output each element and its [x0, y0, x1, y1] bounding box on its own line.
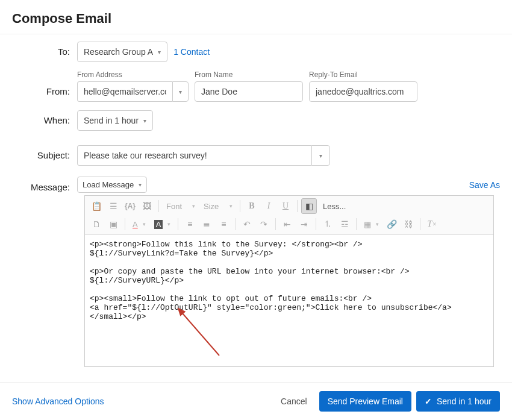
- subject-dropdown[interactable]: ▾: [311, 145, 330, 166]
- font-dropdown[interactable]: Font▾: [163, 202, 199, 211]
- when-select[interactable]: Send in 1 hour ▾: [77, 110, 153, 131]
- chevron-down-icon: ▾: [179, 89, 182, 95]
- from-address-input[interactable]: [77, 81, 172, 102]
- list-icon[interactable]: ☰: [105, 198, 121, 214]
- chevron-down-icon: ▾: [143, 118, 146, 124]
- subject-input[interactable]: [77, 145, 311, 166]
- header: Compose Email: [0, 0, 512, 34]
- clipboard-icon[interactable]: 📋: [89, 198, 104, 214]
- image-icon[interactable]: 🖼: [139, 198, 155, 214]
- from-name-input[interactable]: [195, 81, 303, 102]
- indent-icon[interactable]: ⇥: [296, 216, 312, 232]
- save-as-link[interactable]: Save As: [469, 180, 500, 190]
- file-icon[interactable]: 🗋: [89, 216, 104, 232]
- send-button[interactable]: ✓ Send in 1 hour: [416, 391, 500, 412]
- italic-icon[interactable]: I: [261, 198, 276, 214]
- to-select[interactable]: Research Group A ▾: [77, 42, 167, 62]
- preview-icon[interactable]: ▣: [105, 216, 121, 232]
- align-center-icon[interactable]: ≣: [199, 216, 214, 232]
- label-message: Message:: [12, 177, 77, 192]
- load-message-value: Load Message: [83, 180, 134, 189]
- table-dropdown[interactable]: ▦▾: [360, 220, 382, 229]
- align-right-icon[interactable]: ≡: [216, 216, 231, 232]
- redo-icon[interactable]: ↷: [256, 216, 272, 232]
- bold-icon[interactable]: B: [244, 198, 260, 214]
- check-icon: ✓: [425, 396, 432, 406]
- from-address-label: From Address: [77, 71, 189, 79]
- send-preview-button[interactable]: Send Preview Email: [319, 391, 411, 412]
- cancel-button[interactable]: Cancel: [273, 392, 314, 411]
- from-address-dropdown[interactable]: ▾: [172, 81, 189, 102]
- row-subject: Subject: ▾: [12, 145, 500, 166]
- chevron-down-icon: ▾: [319, 152, 322, 159]
- advanced-options-link[interactable]: Show Advanced Options: [12, 396, 104, 406]
- unlink-icon[interactable]: ⛓: [401, 216, 416, 232]
- from-name-label: From Name: [195, 71, 303, 79]
- load-message-select[interactable]: Load Message ▾: [77, 177, 147, 193]
- undo-icon[interactable]: ↶: [239, 216, 255, 232]
- reply-to-label: Reply-To Email: [309, 71, 417, 79]
- reply-to-input[interactable]: [309, 81, 417, 102]
- size-dropdown[interactable]: Size▾: [200, 202, 236, 211]
- label-to: To:: [12, 42, 77, 57]
- remove-format-icon[interactable]: T×: [424, 216, 440, 232]
- page-title: Compose Email: [12, 11, 500, 27]
- link-icon[interactable]: 🔗: [384, 216, 399, 232]
- label-from: From:: [12, 71, 77, 96]
- less-toggle[interactable]: Less...: [318, 202, 351, 211]
- numbered-list-icon[interactable]: ⒈: [320, 216, 336, 232]
- outdent-icon[interactable]: ⇤: [279, 216, 295, 232]
- bg-color-dropdown[interactable]: A▾: [151, 220, 175, 229]
- label-when: When:: [12, 110, 77, 125]
- message-body-textarea[interactable]: <p><strong>Follow this link to the Surve…: [85, 235, 493, 366]
- row-to: To: Research Group A ▾ 1 Contact: [12, 42, 500, 62]
- text-color-dropdown[interactable]: A▾: [129, 220, 149, 229]
- piped-text-icon[interactable]: {A}: [122, 198, 138, 214]
- underline-icon[interactable]: U: [278, 198, 293, 214]
- message-editor: 📋 ☰ {A} 🖼 Font▾ Size▾ B I U ◧ Less... 🗋 …: [84, 195, 494, 367]
- row-from: From: From Address ▾ From Name R: [12, 71, 500, 102]
- chevron-down-icon: ▾: [158, 49, 161, 55]
- row-when: When: Send in 1 hour ▾: [12, 110, 500, 131]
- when-value: Send in 1 hour: [84, 116, 139, 125]
- align-left-icon[interactable]: ≡: [182, 216, 198, 232]
- contact-count-link[interactable]: 1 Contact: [173, 47, 210, 57]
- bullet-list-icon[interactable]: ☲: [337, 216, 352, 232]
- send-button-label: Send in 1 hour: [437, 396, 492, 406]
- footer: Show Advanced Options Cancel Send Previe…: [0, 382, 512, 420]
- row-message: Message: Load Message ▾ Save As: [12, 177, 500, 193]
- editor-toolbar: 📋 ☰ {A} 🖼 Font▾ Size▾ B I U ◧ Less... 🗋 …: [85, 196, 493, 235]
- to-select-value: Research Group A: [84, 47, 153, 57]
- label-subject: Subject:: [12, 145, 77, 160]
- chevron-down-icon: ▾: [139, 181, 142, 188]
- source-icon[interactable]: ◧: [301, 198, 317, 214]
